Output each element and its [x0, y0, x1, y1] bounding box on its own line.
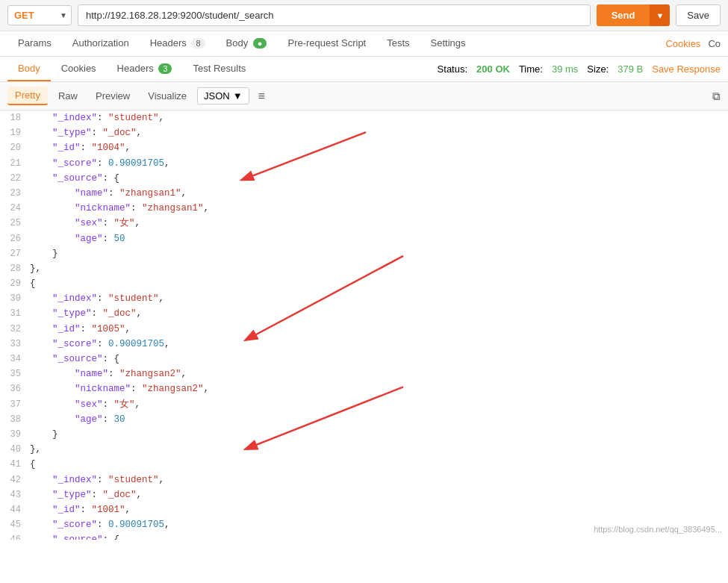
line-number: 42 — [3, 473, 30, 487]
line-number: 32 — [3, 322, 30, 337]
tab-tests[interactable]: Tests — [376, 31, 420, 56]
line-number: 21 — [3, 156, 30, 171]
json-line: 32 "_id": "1005", — [0, 322, 728, 337]
line-number: 46 — [3, 532, 30, 540]
tab-headers[interactable]: Headers 8 — [140, 31, 216, 56]
line-text: "age": 50 — [30, 231, 125, 246]
json-format-arrow-icon: ▼ — [233, 90, 243, 102]
line-text: "_index": "student", — [30, 291, 164, 306]
line-text: "_score": 0.90091705, — [30, 337, 170, 352]
tab-params[interactable]: Params — [7, 31, 62, 56]
copy-icon[interactable]: ⧉ — [712, 90, 721, 103]
size-value: 379 B — [617, 63, 643, 75]
format-raw-button[interactable]: Raw — [51, 87, 85, 105]
line-number: 40 — [3, 442, 30, 457]
time-label: Time: — [519, 63, 543, 75]
json-line: 30 "_index": "student", — [0, 291, 728, 306]
line-number: 26 — [3, 231, 30, 246]
resp-tab-body[interactable]: Body — [7, 57, 51, 81]
save-button[interactable]: Save — [676, 4, 721, 26]
json-line: 24 "nickname": "zhangsan1", — [0, 201, 728, 216]
line-number: 37 — [3, 397, 30, 412]
response-status: Status: 200 OK Time: 39 ms Size: 379 B S… — [438, 63, 721, 75]
json-line: 23 "name": "zhangsan1", — [0, 186, 728, 201]
response-tabs: Body Cookies Headers 3 Test Results Stat… — [0, 57, 728, 82]
json-line: 28}, — [0, 261, 728, 276]
line-text: }, — [30, 261, 41, 276]
json-content: 18 "_index": "student",19 "_type": "_doc… — [0, 110, 728, 540]
json-line: 40}, — [0, 442, 728, 457]
line-text: "_type": "_doc", — [30, 487, 142, 502]
cookies-link[interactable]: Cookies — [665, 38, 700, 49]
tab-settings[interactable]: Settings — [420, 31, 476, 56]
line-number: 33 — [3, 337, 30, 352]
json-line: 19 "_type": "_doc", — [0, 125, 728, 140]
line-number: 39 — [3, 427, 30, 442]
line-text: "_score": 0.90091705, — [30, 156, 170, 171]
line-number: 36 — [3, 381, 30, 396]
line-text: "_score": 0.90091705, — [30, 517, 170, 532]
json-line: 31 "_type": "_doc", — [0, 306, 728, 321]
wrap-icon[interactable]: ≡ — [258, 90, 265, 103]
line-text: "age": 30 — [30, 412, 125, 427]
json-line: 38 "age": 30 — [0, 412, 728, 427]
resp-tab-testresults[interactable]: Test Results — [182, 57, 256, 81]
headers-badge: 8 — [191, 38, 205, 49]
json-line: 39 } — [0, 427, 728, 442]
tab-prerequest[interactable]: Pre-request Script — [277, 31, 376, 56]
json-line: 21 "_score": 0.90091705, — [0, 156, 728, 171]
send-btn-group: Send ▼ — [597, 4, 671, 26]
send-dropdown-button[interactable]: ▼ — [650, 4, 670, 26]
line-text: "_index": "student", — [30, 473, 164, 487]
method-select[interactable]: GET POST PUT DELETE — [7, 5, 72, 25]
line-number: 23 — [3, 186, 30, 201]
nav-right: Cookies Co — [665, 38, 721, 49]
line-text: { — [30, 276, 36, 291]
format-pretty-button[interactable]: Pretty — [7, 87, 48, 105]
json-line: 41{ — [0, 457, 728, 472]
line-text: { — [30, 457, 36, 472]
status-value: 200 OK — [476, 63, 510, 75]
format-visualize-button[interactable]: Visualize — [140, 87, 194, 105]
line-number: 19 — [3, 125, 30, 140]
json-format-select[interactable]: JSON ▼ — [197, 87, 249, 105]
line-number: 45 — [3, 517, 30, 532]
line-text: "_id": "1001", — [30, 502, 131, 517]
size-label: Size: — [587, 63, 609, 75]
tab-body[interactable]: Body ● — [216, 31, 278, 56]
line-text: "_type": "_doc", — [30, 125, 142, 140]
line-text: "_index": "student", — [30, 110, 164, 125]
json-line: 27 } — [0, 246, 728, 261]
watermark: https://blog.csdn.net/qq_3836495... — [594, 525, 722, 534]
json-wrapper: 18 "_index": "student",19 "_type": "_doc… — [0, 110, 728, 540]
json-line: 29{ — [0, 276, 728, 291]
json-format-label: JSON — [204, 90, 230, 102]
url-input[interactable] — [78, 4, 591, 26]
line-text: } — [30, 246, 58, 261]
tab-authorization[interactable]: Authorization — [62, 31, 140, 56]
save-response-button[interactable]: Save Response — [652, 63, 721, 75]
line-number: 41 — [3, 457, 30, 472]
line-text: "_source": { — [30, 171, 119, 186]
status-label: Status: — [438, 63, 467, 75]
json-line: 44 "_id": "1001", — [0, 502, 728, 517]
line-number: 20 — [3, 140, 30, 155]
line-text: }, — [30, 442, 41, 457]
json-line: 36 "nickname": "zhangsan2", — [0, 381, 728, 396]
line-number: 31 — [3, 306, 30, 321]
json-line: 42 "_index": "student", — [0, 473, 728, 487]
method-wrapper: GET POST PUT DELETE ▼ — [7, 5, 72, 25]
line-number: 24 — [3, 201, 30, 216]
resp-headers-badge: 3 — [158, 63, 172, 74]
line-number: 35 — [3, 367, 30, 381]
send-button[interactable]: Send — [597, 4, 650, 26]
format-preview-button[interactable]: Preview — [88, 87, 137, 105]
resp-tab-cookies[interactable]: Cookies — [51, 57, 107, 81]
resp-tab-headers[interactable]: Headers 3 — [107, 57, 183, 81]
line-text: "_id": "1004", — [30, 140, 131, 155]
json-line: 35 "name": "zhangsan2", — [0, 367, 728, 381]
line-number: 18 — [3, 110, 30, 125]
line-text: "nickname": "zhangsan2", — [30, 381, 209, 396]
body-badge: ● — [253, 38, 267, 49]
line-text: "sex": "女", — [30, 216, 140, 231]
